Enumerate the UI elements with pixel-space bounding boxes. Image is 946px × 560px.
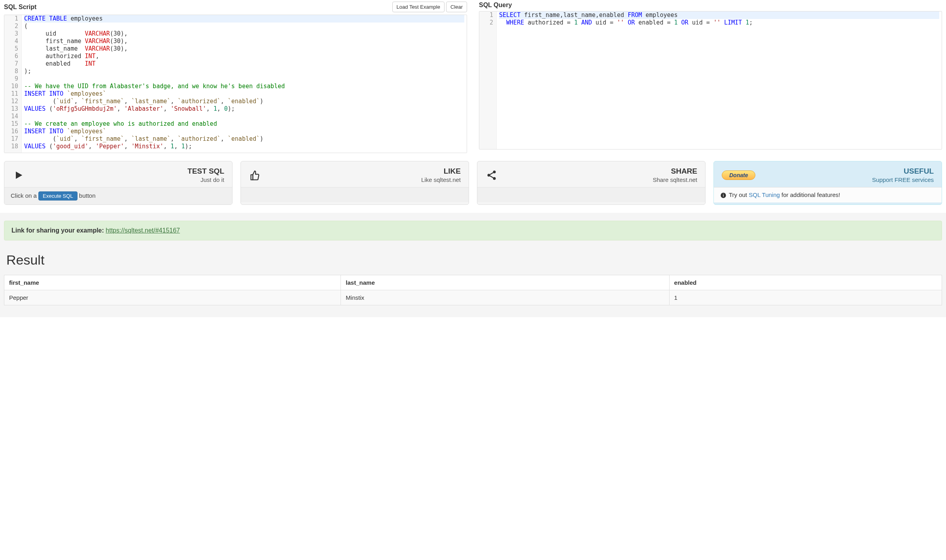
like-subtitle: Like sqltest.net [269, 176, 461, 183]
test-sql-subtitle: Just do it [32, 176, 224, 183]
code-line[interactable]: enabled INT [24, 60, 464, 68]
code-line[interactable]: first_name VARCHAR(30), [24, 38, 464, 45]
result-heading: Result [6, 252, 942, 268]
like-footer [241, 187, 469, 202]
share-subtitle: Share sqltest.net [505, 176, 697, 183]
share-link-url[interactable]: https://sqltest.net/#415167 [106, 227, 180, 234]
code-line[interactable]: ( [24, 23, 464, 30]
test-sql-footer: Click on a Execute SQL button [4, 187, 232, 204]
svg-point-0 [493, 170, 496, 173]
column-header: first_name [4, 275, 341, 290]
clear-button[interactable]: Clear [446, 2, 467, 12]
column-header: last_name [341, 275, 669, 290]
sql-query-editor[interactable]: 12 SELECT first_name,last_name,enabled F… [479, 11, 942, 149]
code-line[interactable]: last_name VARCHAR(30), [24, 45, 464, 53]
test-sql-card[interactable]: TEST SQL Just do it Click on a Execute S… [4, 161, 233, 205]
sql-query-panel: SQL Query 12 SELECT first_name,last_name… [479, 0, 942, 153]
share-icon [485, 170, 498, 181]
footer-text: Try out [729, 191, 749, 198]
editor-code-area[interactable]: CREATE TABLE employees( uid VARCHAR(30),… [22, 15, 467, 153]
code-line[interactable]: INSERT INTO `employees` [24, 90, 464, 98]
like-card[interactable]: LIKE Like sqltest.net [240, 161, 469, 205]
sql-tuning-link[interactable]: SQL Tuning [749, 191, 780, 198]
thumbs-up-icon [249, 170, 261, 181]
share-title: SHARE [505, 167, 697, 176]
code-line[interactable]: INSERT INTO `employees` [24, 128, 464, 135]
donate-button[interactable]: Donate [722, 170, 755, 180]
like-title: LIKE [269, 167, 461, 176]
column-header: enabled [669, 275, 942, 290]
code-line[interactable]: -- We create an employee who is authoriz… [24, 120, 464, 128]
table-row: PepperMinstix1 [4, 290, 942, 305]
code-line[interactable] [24, 75, 464, 83]
code-line[interactable]: ); [24, 68, 464, 75]
code-line[interactable]: -- We have the UID from Alabaster's badg… [24, 83, 464, 90]
sql-script-panel: SQL Script Load Test Example Clear 12345… [4, 0, 467, 153]
code-line[interactable]: VALUES ('good_uid', 'Pepper', 'Minstix',… [24, 143, 464, 150]
sql-script-editor[interactable]: 123456789101112131415161718 CREATE TABLE… [4, 15, 467, 153]
code-line[interactable]: WHERE authorized = 1 AND uid = '' OR ena… [499, 19, 939, 26]
footer-text: Click on a [11, 192, 38, 199]
execute-sql-button[interactable]: Execute SQL [38, 191, 78, 201]
table-cell: Pepper [4, 290, 341, 305]
code-line[interactable]: CREATE TABLE employees [24, 15, 464, 23]
test-sql-title: TEST SQL [32, 167, 224, 176]
result-table: first_namelast_nameenabled PepperMinstix… [4, 275, 942, 305]
code-line[interactable]: authorized INT, [24, 53, 464, 60]
svg-point-2 [493, 177, 496, 180]
footer-text: for additional features! [781, 191, 840, 198]
code-line[interactable]: uid VARCHAR(30), [24, 30, 464, 38]
table-cell: 1 [669, 290, 942, 305]
useful-card: Donate USEFUL Support FREE services Try … [713, 161, 942, 205]
svg-rect-4 [723, 195, 723, 197]
results-section: Link for sharing your example: https://s… [0, 213, 946, 317]
share-link-label: Link for sharing your example: [11, 227, 104, 234]
svg-rect-5 [723, 194, 723, 194]
code-line[interactable]: VALUES ('oRfjg5uGHmbduj2m', 'Alabaster',… [24, 105, 464, 113]
useful-subtitle: Support FREE services [762, 176, 934, 183]
table-cell: Minstix [341, 290, 669, 305]
share-link-alert: Link for sharing your example: https://s… [4, 221, 942, 240]
sql-query-title: SQL Query [479, 2, 512, 9]
editor-gutter: 12 [479, 11, 497, 149]
code-line[interactable]: (`uid`, `first_name`, `last_name`, `auth… [24, 98, 464, 105]
code-line[interactable]: SELECT first_name,last_name,enabled FROM… [499, 11, 939, 19]
editor-gutter: 123456789101112131415161718 [4, 15, 22, 153]
info-icon [720, 192, 727, 199]
play-icon [12, 170, 25, 181]
svg-point-1 [488, 174, 490, 176]
load-test-example-button[interactable]: Load Test Example [392, 2, 445, 12]
share-footer [477, 187, 705, 202]
code-line[interactable]: (`uid`, `first_name`, `last_name`, `auth… [24, 135, 464, 143]
useful-footer: Try out SQL Tuning for additional featur… [714, 187, 942, 202]
code-line[interactable] [24, 113, 464, 120]
sql-script-title: SQL Script [4, 4, 36, 11]
share-card[interactable]: SHARE Share sqltest.net [477, 161, 706, 205]
useful-title: USEFUL [762, 167, 934, 176]
editor-code-area[interactable]: SELECT first_name,last_name,enabled FROM… [497, 11, 942, 149]
footer-text: button [79, 192, 96, 199]
